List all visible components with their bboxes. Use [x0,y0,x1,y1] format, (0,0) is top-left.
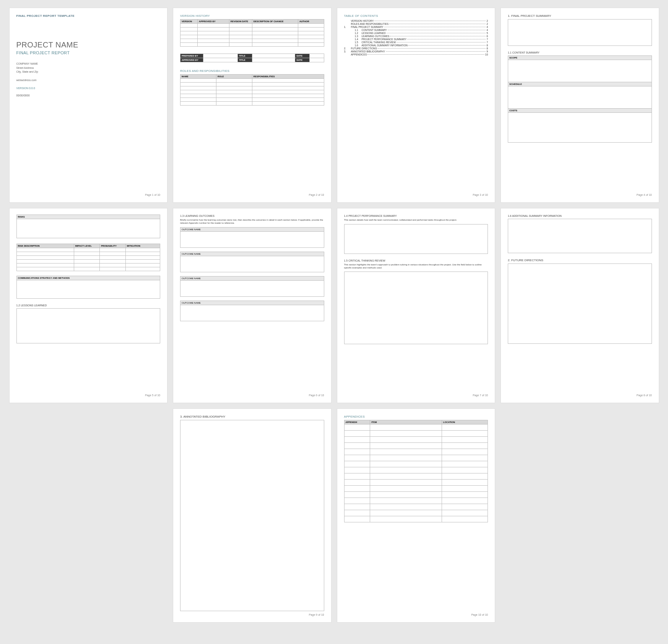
company-name: COMPANY NAME [16,62,161,66]
outcome-label-2: OUTCOME NAME [180,252,324,256]
toc: VERSION HISTORY2ROLES AND RESPONSIBILITI… [344,19,488,56]
toc-line: 1.5CRITICAL THINKING REVIEW7 [344,41,488,44]
table-row [180,86,324,90]
prepared-by-label: PREPARED BY [180,54,203,58]
lessons-heading: 1.2 LESSONS LEARNED [16,304,161,307]
table-row [344,510,488,516]
risks-box [16,219,161,238]
table-row [344,431,488,437]
costs-label: COSTS [508,109,652,113]
page-2: VERSION HISTORY VERSION APPROVED BY REVI… [173,8,332,203]
performance-intro: This section details how well the team c… [344,219,488,222]
date: 00/00/0000 [16,94,161,97]
template-label: FINAL PROJECT REPORT TEMPLATE [16,14,161,18]
outcome-label-4: OUTCOME NAME [180,301,324,305]
table-row [344,516,488,522]
table-row [180,94,324,98]
risk-table: RISK DESCRIPTION IMPACT LEVEL PROBABILIT… [16,244,161,271]
title-label-1: TITLE [238,54,252,58]
table-row [344,498,488,504]
web-address: webaddress.com [16,79,161,81]
scope-label: SCOPE [508,55,652,60]
col-name: NAME [180,75,216,79]
table-row [344,480,488,486]
table-row [16,267,160,271]
additional-box [508,219,652,253]
table-row [180,43,324,47]
table-row [180,98,324,102]
col-version: VERSION [180,20,198,24]
col-author: AUTHOR [298,20,324,24]
company-block: COMPANY NAME Street Address City, State … [16,62,161,74]
page-footer: Page 3 of 10 [344,191,488,196]
learning-outcomes-intro: Briefly summarize how the learning outco… [180,219,324,225]
page-footer: Page 9 of 10 [180,611,324,616]
roles-table: NAME ROLE RESPONSIBILITIES [180,74,324,106]
toc-line: APPENDICES10 [344,53,488,56]
toc-line: 1.3LEARNING OUTCOMES6 [344,35,488,37]
toc-line: 1.4PROJECT PERFORMANCE SUMMARY7 [344,38,488,41]
page-3: TABLE OF CONTENTS VERSION HISTORY2ROLES … [337,8,496,203]
toc-line: ROLES AND RESPONSIBILITIES2 [344,23,488,25]
col-prob: PROBABILITY [100,244,126,248]
version-history-table: VERSION APPROVED BY REVISION DATE DESCRI… [180,19,324,47]
outcome-label-1: OUTCOME NAME [180,227,324,232]
table-row [180,90,324,94]
page-footer: Page 6 of 10 [180,392,324,397]
page-footer: Page 2 of 10 [180,191,324,196]
outcome-box-3 [180,281,324,297]
project-title: PROJECT NAME [16,41,161,49]
toc-line: 1.6ADDITIONAL SUMMARY INFORMATION8 [344,44,488,47]
table-row [344,449,488,455]
outcome-box-4 [180,305,324,321]
table-row [344,504,488,510]
approved-by-label: APPROVED BY [180,58,203,62]
date-label-1: DATE [295,54,310,58]
table-row [180,31,324,35]
page-footer: Page 8 of 10 [508,392,652,397]
risks-label: RISKS [16,215,161,219]
toc-line: VERSION HISTORY2 [344,20,488,22]
scope-box [508,60,652,82]
page-10: APPENDICES APPENDIX ITEM LOCATION Page 1… [337,408,496,623]
lessons-box [16,308,161,343]
col-riskdesc: RISK DESCRIPTION [16,244,74,248]
schedule-label: SCHEDULE [508,82,652,86]
final-summary-box [508,19,652,46]
outcome-label-3: OUTCOME NAME [180,276,324,281]
table-row [180,39,324,43]
appendices-table: APPENDIX ITEM LOCATION [344,420,488,522]
table-row [16,252,160,256]
final-summary-heading: 1. FINAL PROJECT SUMMARY [508,14,652,18]
bibliography-heading: 3. ANNOTATED BIBLIOGRAPHY [180,415,324,418]
content-summary-heading: 1.1 CONTENT SUMMARY [508,51,652,54]
col-impact: IMPACT LEVEL [74,244,100,248]
table-row [344,492,488,498]
appendices-heading: APPENDICES [344,415,488,418]
street: Street Address [16,66,161,70]
toc-line: 2.FUTURE DIRECTIONS8 [344,47,488,50]
outcome-box-2 [180,256,324,272]
page-footer: Page 10 of 10 [344,611,488,616]
col-revdate: REVISION DATE [229,20,252,24]
col-desc: DESCRIPTION OF CHANGE [252,20,298,24]
page-6: 1.3 LEARNING OUTCOMES Briefly summarize … [173,208,332,403]
table-row [180,83,324,86]
critical-box [344,272,488,344]
col-location: LOCATION [442,420,488,424]
page-8: 1.6 ADDITIONAL SUMMARY INFORMATION 2. FU… [501,208,659,403]
table-row [344,424,488,431]
table-row [180,28,324,31]
table-row [344,455,488,461]
col-mitig: MITIGATION [125,244,160,248]
additional-heading: 1.6 ADDITIONAL SUMMARY INFORMATION [508,215,652,217]
table-row [344,486,488,492]
version: VERSION 0.0.0 [16,87,161,89]
future-heading: 2. FUTURE DIRECTIONS [508,259,652,262]
col-role: ROLE [216,75,252,79]
toc-line: 3.ANNOTATED BIBLIOGRAPHY9 [344,50,488,53]
toc-line: 1.2LESSONS LEARNED5 [344,32,488,34]
signoff-table: PREPARED BY TITLE DATE APPROVED BY TITLE… [180,54,324,62]
page-footer: Page 1 of 10 [16,191,161,196]
page-7: 1.4 PROJECT PERFORMANCE SUMMARY This sec… [337,208,496,403]
